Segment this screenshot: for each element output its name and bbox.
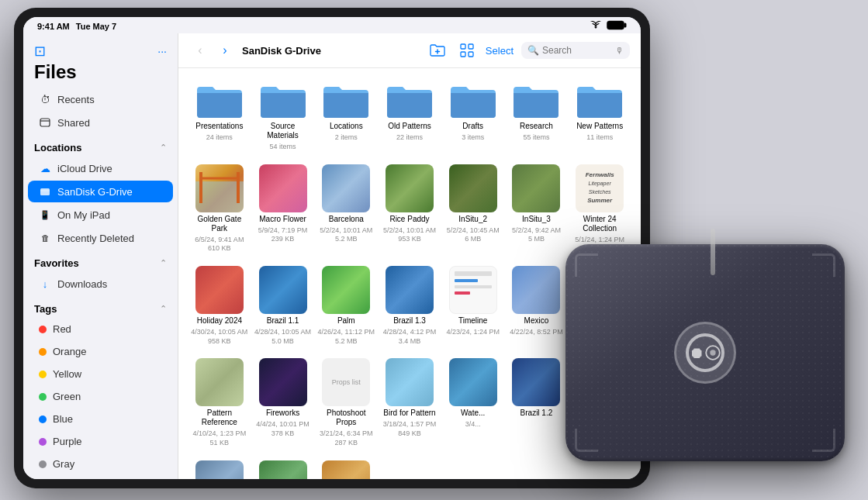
folder-drafts[interactable]: Drafts 3 items <box>443 78 503 155</box>
sidebar-item-tag-orange[interactable]: Orange <box>28 341 173 362</box>
ipad-icon: 📱 <box>39 209 51 221</box>
file-rice-paddy-name: Rice Paddy <box>389 215 429 224</box>
thumb-rice-paddy <box>386 164 434 212</box>
forward-button[interactable]: › <box>214 40 236 61</box>
file-argentina[interactable]: Argentina <box>189 457 250 479</box>
file-mexico-meta: 4/22/24, 8:52 PM <box>510 328 563 337</box>
svg-rect-15 <box>455 279 478 282</box>
file-macro-flower[interactable]: Macro Flower 5/9/24, 7:19 PM239 KB <box>253 161 313 257</box>
file-holiday-meta: 4/30/24, 10:05 AM958 KB <box>191 328 247 346</box>
folder-locations-name: Locations <box>330 122 363 131</box>
gray-dot <box>39 460 47 468</box>
tags-section-header: Tags ⌃ <box>23 295 178 318</box>
file-water-meta: 3/4... <box>465 420 481 429</box>
thumb-mexico <box>512 266 560 314</box>
nav-buttons: ‹ › <box>189 40 236 61</box>
file-tha[interactable]: Tha... <box>316 457 376 479</box>
folder-new-patterns[interactable]: New Patterns 11 items <box>569 78 630 155</box>
sidebar-more-icon[interactable]: ··· <box>157 45 167 57</box>
sidebar-item-sandisk[interactable]: SanDisk G-Drive <box>28 181 173 202</box>
sidebar-item-downloads[interactable]: ↓ Downloads <box>28 273 173 295</box>
favorites-chevron[interactable]: ⌃ <box>160 258 167 268</box>
folder-presentations-name: Presentations <box>195 122 243 131</box>
thumb-insitu3 <box>512 164 560 212</box>
folder-icon-source <box>259 81 307 119</box>
file-water[interactable]: Wate... 3/4... <box>443 355 503 450</box>
folder-locations[interactable]: Locations 2 items <box>316 78 376 155</box>
file-brazil12[interactable]: Brazil 1.2 <box>507 355 567 450</box>
sidebar-item-tag-purple[interactable]: Purple <box>28 431 173 452</box>
recents-label: Recents <box>57 94 95 105</box>
sidebar-item-ipad[interactable]: 📱 On My iPad <box>28 204 173 226</box>
favorites-label: Favorites <box>34 257 79 269</box>
file-insitu3-name: InSitu_3 <box>522 215 551 224</box>
thumb-timeline <box>449 266 497 314</box>
file-golden-gate[interactable]: Golden Gate Park 6/5/24, 9:41 AM610 KB <box>189 161 250 257</box>
folder-source-materials[interactable]: Source Materials 54 items <box>253 78 313 155</box>
sidebar-item-tag-blue[interactable]: Blue <box>28 409 173 429</box>
grid-view-button[interactable] <box>456 40 478 61</box>
tags-chevron[interactable]: ⌃ <box>160 304 167 314</box>
sidebar-item-shared[interactable]: Shared <box>28 112 173 133</box>
file-brazil13[interactable]: Brazil 1.3 4/28/24, 4:12 PM3.4 MB <box>379 263 440 349</box>
deleted-label: Recently Deleted <box>57 233 134 244</box>
select-button[interactable]: Select <box>486 45 514 57</box>
file-pattern-ref[interactable]: Pattern Reference 4/10/24, 1:23 PM51 KB <box>189 355 250 450</box>
svg-rect-0 <box>607 21 624 29</box>
orange-dot <box>39 348 47 356</box>
sidebar-item-icloud[interactable]: ☁ iCloud Drive <box>28 157 173 179</box>
svg-rect-2 <box>40 119 50 126</box>
folder-research[interactable]: Research 55 items <box>507 78 567 155</box>
folder-presentations[interactable]: Presentations 24 items <box>189 78 250 155</box>
file-barcelona-meta: 5/2/24, 10:01 AM5.2 MB <box>320 226 372 244</box>
thumb-barcelona <box>322 164 370 212</box>
file-fern22[interactable]: Fern 22 <box>253 457 313 479</box>
purple-label: Purple <box>53 436 82 447</box>
file-timeline[interactable]: Timeline 4/23/24, 1:24 PM <box>443 263 503 349</box>
file-palm[interactable]: Palm 4/26/24, 11:12 PM5.2 MB <box>316 263 376 349</box>
sidebar-header: ⊡ ··· <box>23 40 178 61</box>
file-holiday[interactable]: Holiday 2024 4/30/24, 10:05 AM958 KB <box>189 263 250 349</box>
mic-icon[interactable]: 🎙 <box>615 46 624 55</box>
file-rice-paddy[interactable]: Rice Paddy 5/2/24, 10:01 AM953 KB <box>379 161 440 257</box>
svg-rect-8 <box>461 52 465 57</box>
back-button[interactable]: ‹ <box>189 40 211 61</box>
sidebar-item-deleted[interactable]: 🗑 Recently Deleted <box>28 227 173 249</box>
file-macro-name: Macro Flower <box>259 215 306 224</box>
file-fireworks[interactable]: Fireworks 4/4/24, 10:01 PM378 KB <box>253 355 313 450</box>
file-bird[interactable]: Bird for Pattern 3/18/24, 1:57 PM849 KB <box>379 355 440 450</box>
file-pattern-ref-name: Pattern Reference <box>192 409 247 427</box>
thumb-brazil12 <box>512 358 560 406</box>
folder-old-patterns[interactable]: Old Patterns 22 items <box>379 78 440 155</box>
file-insitu2[interactable]: InSitu_2 5/2/24, 10:45 AM6 MB <box>443 161 503 257</box>
file-brazil11[interactable]: Brazil 1.1 4/28/24, 10:05 AM5.0 MB <box>253 263 313 349</box>
sidebar-item-recents[interactable]: ⏱ Recents <box>28 88 173 110</box>
thumb-tha <box>322 460 370 479</box>
file-barcelona[interactable]: Barcelona 5/2/24, 10:01 AM5.2 MB <box>316 161 376 257</box>
file-timeline-meta: 4/23/24, 1:24 PM <box>446 328 500 337</box>
svg-rect-14 <box>455 271 492 276</box>
sidebar-item-tag-green[interactable]: Green <box>28 386 173 407</box>
sidebar-collapse-icon[interactable]: ⊡ <box>34 43 46 60</box>
locations-chevron[interactable]: ⌃ <box>160 143 167 153</box>
thumb-pattern-ref <box>195 358 244 406</box>
folder-add-button[interactable] <box>427 40 448 61</box>
svg-rect-12 <box>237 172 240 203</box>
folder-icon-research <box>512 81 560 119</box>
folder-oldpatterns-count: 22 items <box>396 133 423 143</box>
search-input[interactable] <box>542 45 612 56</box>
shared-label: Shared <box>57 117 90 129</box>
toolbar: ‹ › SanDisk G-Drive <box>178 33 641 68</box>
sidebar-item-tag-red[interactable]: Red <box>28 319 173 340</box>
file-photoshoot[interactable]: Props list Photoshoot Props 3/21/24, 6:3… <box>316 355 376 450</box>
file-rice-paddy-meta: 5/2/24, 10:01 AM953 KB <box>383 226 436 244</box>
orange-label: Orange <box>53 346 86 357</box>
file-winter24[interactable]: Fernwalls Litepaper Sketches Summer Wint… <box>569 161 630 257</box>
sidebar: ⊡ ··· Files ⏱ Recents Shared <box>23 33 178 479</box>
file-insitu3[interactable]: InSitu_3 5/2/24, 9:42 AM5 MB <box>507 161 567 257</box>
sidebar-item-tag-yellow[interactable]: Yellow <box>28 364 173 384</box>
file-mexico[interactable]: Mexico 4/22/24, 8:52 PM <box>507 263 567 349</box>
sidebar-item-tag-gray[interactable]: Gray <box>28 453 173 474</box>
file-golden-gate-meta: 6/5/24, 9:41 AM610 KB <box>195 236 244 253</box>
folder-research-name: Research <box>520 122 553 131</box>
